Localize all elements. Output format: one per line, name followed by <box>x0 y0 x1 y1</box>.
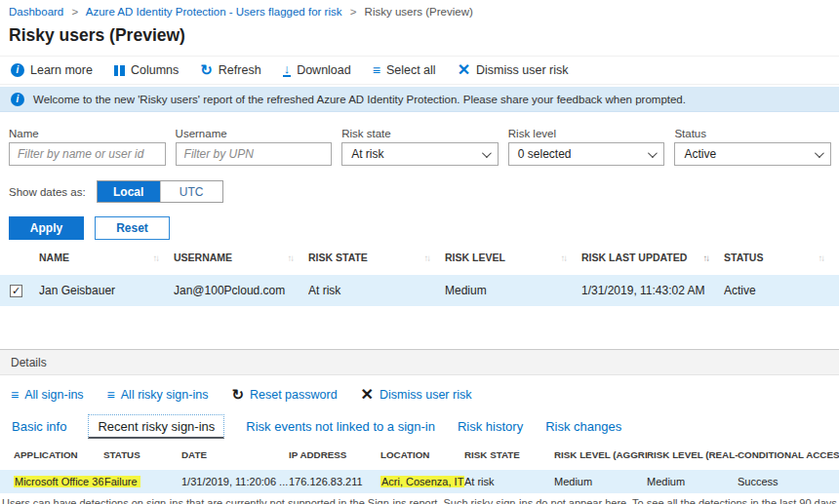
date-format-toggle: Local UTC <box>97 180 223 203</box>
cell-risk-level-aggregate: Medium <box>554 476 647 487</box>
cell-username: Jan@100Pcloud.com <box>174 284 308 297</box>
column-header-risk-state[interactable]: RISK STATE ↑↓ <box>308 252 445 263</box>
tab-risk-changes[interactable]: Risk changes <box>544 414 622 439</box>
details-tabs: Basic info Recent risky sign-ins Risk ev… <box>0 402 839 439</box>
refresh-button[interactable]: ↻ Refresh <box>200 63 260 77</box>
info-icon: i <box>11 63 24 77</box>
column-header-username[interactable]: USERNAME ↑↓ <box>174 252 308 263</box>
all-sign-ins-button[interactable]: ≡ All sign-ins <box>11 388 84 402</box>
chevron-down-icon <box>482 148 492 158</box>
banner-text: Welcome to the new 'Risky users' report … <box>33 94 686 105</box>
column-header-location[interactable]: LOCATION <box>380 449 464 460</box>
cell-conditional-access: Success <box>738 476 839 487</box>
tab-risk-events-not-linked[interactable]: Risk events not linked to a sign-in <box>245 414 436 439</box>
show-dates-label: Show dates as: <box>9 186 86 198</box>
filter-actions: Apply Reset <box>0 203 839 240</box>
apply-button[interactable]: Apply <box>9 216 84 240</box>
footnote: Users can have detections on sign-ins th… <box>0 493 839 504</box>
column-header-conditional-access[interactable]: CONDITIONAL ACCESS <box>738 449 839 460</box>
column-header-status[interactable]: STATUS ↑↓ <box>724 252 839 263</box>
details-dismiss-user-risk-button[interactable]: ✕ Dismiss user risk <box>361 388 472 402</box>
chevron-down-icon <box>815 148 824 158</box>
risk-state-value: At risk <box>351 147 383 161</box>
select-all-button[interactable]: ≡ Select all <box>373 63 436 77</box>
cell-status: Active <box>724 284 839 297</box>
download-icon: ↓ <box>283 63 292 77</box>
local-toggle-button[interactable]: Local <box>98 181 160 202</box>
cell-application-highlighted: Microsoft Office 36... <box>14 476 103 487</box>
risk-level-select[interactable]: 0 selected <box>508 142 665 166</box>
sort-icon: ↑↓ <box>424 252 430 263</box>
sort-icon: ↑↓ <box>288 252 294 263</box>
status-filter-field: Status Active <box>674 128 831 166</box>
risk-level-value: 0 selected <box>518 147 572 161</box>
banner-info-icon: i <box>11 93 24 106</box>
page-title: Risky users (Preview) <box>0 21 839 56</box>
spacer <box>0 306 839 349</box>
reset-password-icon: ↻ <box>231 389 244 401</box>
risk-level-filter-field: Risk level 0 selected <box>508 128 665 166</box>
all-risky-sign-ins-button[interactable]: ≡ All risky sign-ins <box>107 388 209 402</box>
breadcrumb-separator: > <box>71 6 78 18</box>
breadcrumb-identity-protection[interactable]: Azure AD Identity Protection - Users fla… <box>86 6 342 18</box>
username-filter-label: Username <box>176 128 333 139</box>
tab-basic-info[interactable]: Basic info <box>11 414 67 439</box>
column-header-risk-level-aggregate[interactable]: RISK LEVEL (AGGREG... <box>554 449 647 460</box>
username-filter-input[interactable] <box>176 142 333 166</box>
status-value: Active <box>684 147 716 161</box>
column-header-application[interactable]: APPLICATION <box>14 449 103 460</box>
column-header-name[interactable]: NAME ↑↓ <box>39 252 174 263</box>
column-header-date[interactable]: DATE <box>181 449 289 460</box>
risky-users-table: NAME ↑↓ USERNAME ↑↓ RISK STATE ↑↓ RISK L… <box>0 240 839 306</box>
download-label: Download <box>297 63 351 77</box>
status-filter-label: Status <box>674 128 831 139</box>
chevron-down-icon <box>648 148 658 158</box>
tab-recent-risky-sign-ins[interactable]: Recent risky sign-ins <box>88 414 224 439</box>
details-table-header: APPLICATION STATUS DATE IP ADDRESS LOCAT… <box>0 439 839 470</box>
cell-status-highlighted: Failure <box>103 476 140 487</box>
reset-password-label: Reset password <box>250 388 338 402</box>
columns-button[interactable]: Columns <box>114 63 179 77</box>
toolbar: i Learn more Columns ↻ Refresh ↓ Downloa… <box>0 56 839 85</box>
cell-location-highlighted: Acri, Cosenza, IT <box>380 476 464 487</box>
download-button[interactable]: ↓ Download <box>283 63 351 77</box>
dismiss-icon: ✕ <box>361 389 374 401</box>
reset-password-button[interactable]: ↻ Reset password <box>231 388 337 402</box>
column-header-ip-address[interactable]: IP ADDRESS <box>289 449 380 460</box>
column-header-risk-state[interactable]: RISK STATE <box>464 449 554 460</box>
table-row[interactable]: ✓ Jan Geisbauer Jan@100Pcloud.com At ris… <box>0 275 839 306</box>
dismiss-user-risk-button[interactable]: ✕ Dismiss user risk <box>458 63 569 77</box>
name-filter-field: Name <box>9 128 166 166</box>
tab-risk-history[interactable]: Risk history <box>457 414 524 439</box>
cell-risk-level: Medium <box>445 284 581 297</box>
columns-label: Columns <box>131 63 179 77</box>
details-toolbar: ≡ All sign-ins ≡ All risky sign-ins ↻ Re… <box>0 375 839 402</box>
details-dismiss-label: Dismiss user risk <box>380 388 471 402</box>
column-header-risk-level-real-time[interactable]: RISK LEVEL (REAL-TI... <box>647 449 738 460</box>
table-row[interactable]: Microsoft Office 36... Failure 1/31/2019… <box>0 470 839 493</box>
risk-level-filter-label: Risk level <box>508 128 665 139</box>
column-header-risk-last-updated[interactable]: RISK LAST UPDATED ↑↓ <box>581 252 724 263</box>
breadcrumb-dashboard[interactable]: Dashboard <box>9 6 63 18</box>
column-header-risk-level[interactable]: RISK LEVEL ↑↓ <box>445 252 581 263</box>
utc-toggle-button[interactable]: UTC <box>160 181 222 202</box>
details-header-bar[interactable]: Details <box>0 349 839 375</box>
name-filter-input[interactable] <box>9 142 166 166</box>
select-all-label: Select all <box>386 63 436 77</box>
welcome-banner: i Welcome to the new 'Risky users' repor… <box>0 87 839 112</box>
filters-row: Name Username Risk state At risk Risk le… <box>0 112 839 166</box>
sort-icon: ↑↓ <box>153 252 159 263</box>
risk-state-select[interactable]: At risk <box>341 142 499 166</box>
reset-button[interactable]: Reset <box>95 216 170 240</box>
breadcrumb-separator: > <box>350 6 357 18</box>
users-table-header: NAME ↑↓ USERNAME ↑↓ RISK STATE ↑↓ RISK L… <box>0 240 839 275</box>
cell-risk-last-updated: 1/31/2019, 11:43:02 AM <box>581 284 724 297</box>
details-title: Details <box>11 356 47 369</box>
learn-more-button[interactable]: i Learn more <box>11 63 93 77</box>
status-select[interactable]: Active <box>674 142 831 166</box>
cell-risk-level-real-time: Medium <box>647 476 738 487</box>
row-checkbox[interactable]: ✓ <box>10 285 22 297</box>
name-filter-label: Name <box>9 128 166 139</box>
dismiss-icon: ✕ <box>458 64 470 76</box>
column-header-status[interactable]: STATUS <box>103 449 181 460</box>
